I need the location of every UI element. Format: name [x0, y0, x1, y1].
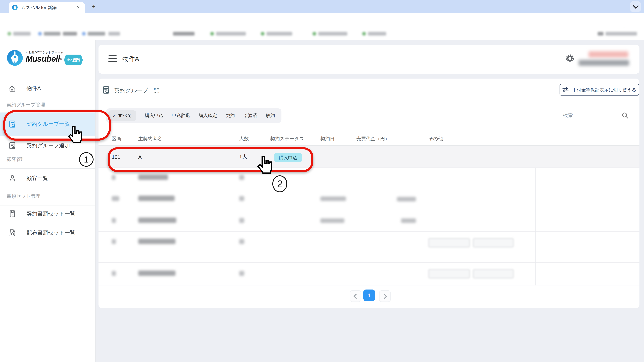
search-icon — [622, 112, 629, 119]
tab-close-icon[interactable]: × — [75, 4, 82, 11]
filter-tab-delivered[interactable]: 引渡済 — [244, 112, 257, 119]
sidebar-item-property[interactable]: 物件A — [0, 79, 95, 97]
swap-arrows-icon — [562, 87, 569, 93]
bookmark-item[interactable] — [108, 31, 120, 36]
logo-badge: for 新築 — [64, 54, 83, 65]
hand-cursor — [254, 154, 273, 178]
person-icon — [8, 174, 17, 183]
user-name-blurred — [588, 51, 628, 57]
other-chip-blurred — [428, 238, 470, 247]
logo-brand: Musubell — [26, 54, 60, 63]
screen: ムスベル for 新築 × + ••• — [0, 0, 644, 362]
bookmark-item[interactable] — [63, 31, 77, 36]
app-header: 物件A — [98, 45, 640, 73]
bookmark-item[interactable] — [261, 31, 292, 36]
col-header-other: その他 — [422, 136, 640, 142]
chevron-down-icon — [632, 3, 638, 9]
toggle-deposit-guarantee-button[interactable]: 手付金等保証表示に切り替える — [560, 84, 639, 95]
sidebar: 不動産DXプラットフォーム Musubell ® for 新築 物件A 契約グル… — [0, 40, 96, 362]
sidebar-item-contract-doc-set-list[interactable]: 契約書類セット一覧 — [0, 205, 95, 223]
content-card: 契約グループ一覧 手付金等保証表示に切り替える ✓ すべて 購入申込 申込辞退 … — [98, 78, 640, 308]
logo-reg-mark: ® — [60, 55, 62, 63]
filter-tab-application-withdrawn[interactable]: 申込辞退 — [172, 112, 190, 119]
chevron-right-icon — [382, 294, 387, 299]
sidebar-section-customer: 顧客管理 — [6, 156, 26, 162]
col-header-status: 契約ステータス — [267, 136, 317, 142]
logo-tagline: 不動産DXプラットフォーム — [26, 50, 83, 54]
sidebar-item-label: 配布書類セット一覧 — [26, 229, 75, 237]
other-chip-blurred — [428, 269, 470, 278]
other-chip-blurred — [473, 269, 514, 278]
sidebar-item-label: 契約グループ追加 — [26, 142, 70, 149]
book-search-icon — [8, 210, 17, 218]
col-header-date: 契約日 — [317, 136, 353, 142]
tab-favicon-musubell-icon — [12, 4, 18, 10]
new-tab-button[interactable]: + — [90, 3, 97, 10]
pagination-page-1[interactable]: 1 — [364, 290, 375, 301]
tab-title: ムスベル for 新築 — [21, 4, 75, 10]
document-search-icon — [102, 85, 110, 94]
filter-tab-purchase-application[interactable]: 購入申込 — [145, 112, 163, 119]
bookmark-folder-all[interactable] — [598, 31, 637, 36]
chevron-left-icon — [354, 294, 359, 299]
table-column-divider — [535, 168, 536, 285]
home-icon — [8, 84, 17, 93]
table-row-blurred[interactable] — [98, 263, 640, 286]
sidebar-divider — [0, 168, 95, 169]
bookmark-item[interactable] — [210, 31, 246, 36]
app-area: 不動産DXプラットフォーム Musubell ® for 新築 物件A 契約グル… — [0, 40, 644, 362]
annotation-sidebar-highlight — [3, 110, 111, 141]
pagination-prev-button[interactable] — [350, 290, 361, 302]
pen-nib-icon — [6, 49, 23, 66]
browser-tab-strip: ムスベル for 新築 × + — [0, 0, 644, 13]
document-plus-icon — [8, 141, 17, 150]
col-header-count: 人数 — [236, 136, 267, 142]
browser-tab[interactable]: ムスベル for 新築 × — [9, 1, 85, 13]
check-icon: ✓ — [112, 113, 116, 118]
sidebar-item-distribution-doc-set-list[interactable]: 配布書類セット一覧 — [0, 224, 95, 242]
bookmark-item[interactable] — [173, 31, 194, 36]
browser-toolbar: ••• — [0, 13, 644, 28]
col-header-section: 区画 — [112, 136, 138, 142]
pagination-next-button[interactable] — [379, 290, 391, 302]
table-row-blurred[interactable] — [98, 210, 640, 232]
annotation-step-2: 2 — [272, 175, 287, 192]
table-row-blurred[interactable] — [98, 232, 640, 263]
sidebar-item-label: 物件A — [26, 85, 41, 92]
search-input[interactable] — [562, 112, 622, 119]
search-field[interactable] — [562, 110, 630, 121]
hand-cursor — [66, 125, 83, 147]
table-header-row: 区画 主契約者名 人数 契約ステータス 契約日 売買代金（円） その他 — [98, 132, 640, 146]
user-role-blurred — [578, 60, 629, 66]
bookmark-item[interactable] — [312, 31, 347, 36]
button-label: 手付金等保証表示に切り替える — [572, 87, 636, 93]
bookmark-item[interactable] — [82, 31, 105, 36]
file-search-icon — [8, 229, 17, 237]
other-chip-blurred — [473, 238, 514, 247]
bookmark-item[interactable] — [362, 31, 386, 36]
status-filter-tabs: ✓ すべて 購入申込 申込辞退 購入確定 契約 引渡済 解約 — [106, 108, 282, 123]
table-row-blurred[interactable] — [98, 188, 640, 210]
sidebar-section-contract-group: 契約グループ管理 — [6, 102, 45, 108]
filter-tab-purchase-confirmed[interactable]: 購入確定 — [199, 112, 217, 119]
bookmark-item[interactable] — [38, 31, 60, 36]
filter-tab-contract[interactable]: 契約 — [226, 112, 235, 119]
musubell-logo: 不動産DXプラットフォーム Musubell ® for 新築 — [6, 49, 90, 67]
col-header-name: 主契約者名 — [138, 136, 236, 142]
menu-icon[interactable] — [108, 55, 117, 62]
sidebar-section-doc-set: 書類セット管理 — [6, 193, 40, 199]
card-title: 契約グループ一覧 — [114, 87, 159, 94]
filter-tab-cancelled[interactable]: 解約 — [266, 112, 275, 119]
sidebar-item-customer-list[interactable]: 顧客一覧 — [0, 169, 95, 187]
annotation-step-1: 1 — [79, 152, 94, 167]
annotation-row-highlight — [108, 147, 313, 172]
filter-label: すべて — [118, 112, 132, 119]
page-title: 物件A — [122, 55, 139, 63]
filter-tab-all[interactable]: ✓ すべて — [108, 110, 136, 121]
bookmark-item[interactable] — [8, 31, 30, 36]
sidebar-item-label: 契約書類セット一覧 — [26, 210, 75, 218]
bookmarks-bar — [0, 28, 644, 40]
gear-icon[interactable] — [566, 54, 574, 63]
sidebar-item-label: 顧客一覧 — [26, 174, 48, 182]
tab-search-button[interactable] — [630, 1, 641, 12]
